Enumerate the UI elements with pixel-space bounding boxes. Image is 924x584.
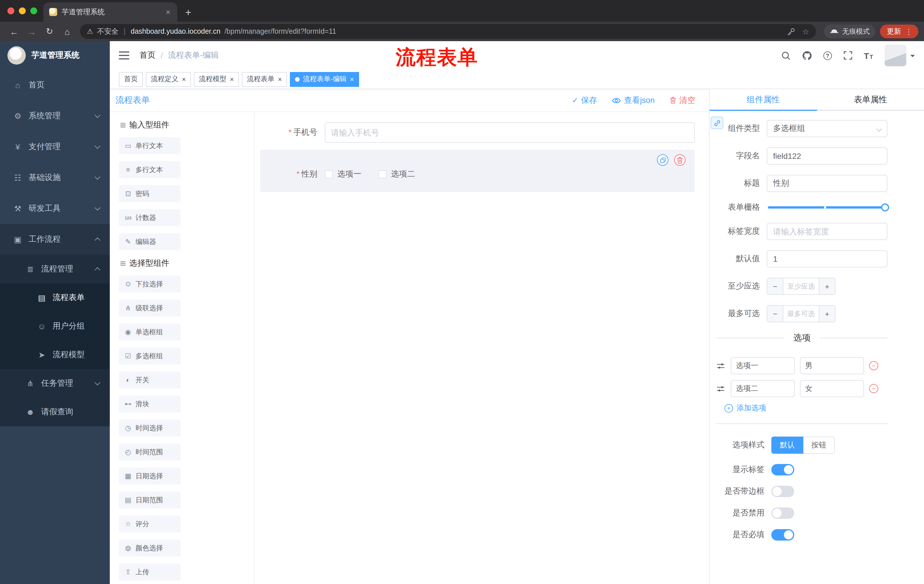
sidebar-toggle-icon[interactable]: [119, 51, 129, 59]
new-tab-button[interactable]: +: [185, 7, 191, 18]
sidebar-item-workflow[interactable]: ▣工作流程: [0, 224, 110, 255]
gender-option-2[interactable]: 选项二: [378, 169, 415, 179]
option-value-input[interactable]: [800, 357, 864, 374]
search-icon[interactable]: [781, 51, 790, 60]
close-icon[interactable]: ×: [182, 75, 186, 83]
palette-item-editor[interactable]: ✎编辑器: [119, 233, 181, 250]
user-avatar[interactable]: [884, 44, 915, 66]
sidebar-item-home[interactable]: ⌂首页: [0, 70, 110, 100]
palette-item-single-line-text[interactable]: ▭单行文本: [119, 137, 181, 154]
home-button[interactable]: ⌂: [59, 26, 76, 36]
sidebar-item-payment-management[interactable]: ¥支付管理: [0, 132, 110, 162]
slider-thumb[interactable]: [881, 204, 889, 211]
add-option-button[interactable]: +添加选项: [724, 403, 888, 413]
palette-item-select[interactable]: ⊙下拉选择: [119, 275, 181, 293]
drag-handle-icon[interactable]: [716, 362, 726, 369]
remove-option-icon[interactable]: −: [869, 361, 878, 370]
palette-item-checkbox-group[interactable]: ☑多选框组: [119, 347, 181, 365]
palette-item-cascader[interactable]: ⋔级联选择: [119, 299, 181, 317]
option-label-input[interactable]: [731, 380, 795, 397]
decrease-button[interactable]: −: [767, 278, 783, 294]
tag-process-form[interactable]: 流程表单×: [242, 72, 287, 87]
sidebar-item-user-group[interactable]: ☺用户分组: [0, 312, 110, 341]
sidebar-item-process-management[interactable]: ≣流程管理: [0, 255, 110, 283]
palette-item-color-picker[interactable]: ◍颜色选择: [119, 540, 181, 556]
palette-item-counter[interactable]: 123计数器: [119, 209, 181, 226]
forward-button[interactable]: →: [23, 26, 40, 36]
tag-home[interactable]: 首页: [119, 72, 143, 87]
palette-item-upload[interactable]: ⇧上传: [119, 563, 181, 581]
minimize-window-button[interactable]: [19, 7, 26, 14]
palette-item-time-picker[interactable]: ◷时间选择: [119, 419, 181, 437]
field-name-input[interactable]: [767, 147, 888, 165]
reload-button[interactable]: ↻: [41, 26, 58, 36]
fullscreen-icon[interactable]: [843, 51, 852, 60]
tag-process-model[interactable]: 流程模型×: [194, 72, 239, 87]
clear-button[interactable]: 清空: [670, 95, 695, 105]
palette-item-rate[interactable]: ☆评分: [119, 515, 181, 533]
github-icon[interactable]: [802, 51, 812, 60]
close-icon[interactable]: ×: [350, 75, 354, 83]
menu-dots-icon[interactable]: ⋮: [905, 27, 912, 36]
sidebar-item-leave-query[interactable]: ☻请假查询: [0, 398, 110, 426]
gender-option-1[interactable]: 选项一: [325, 169, 361, 179]
tag-process-form-edit[interactable]: 流程表单-编辑×: [290, 72, 359, 87]
browser-update-button[interactable]: 更新 ⋮: [880, 25, 918, 38]
disabled-switch[interactable]: [771, 507, 794, 519]
required-switch[interactable]: [771, 529, 794, 541]
palette-item-time-range[interactable]: ◴时间范围: [119, 443, 181, 461]
help-button[interactable]: ?: [823, 51, 832, 60]
sidebar-item-task-management[interactable]: ⋔任务管理: [0, 369, 110, 398]
tab-close-icon[interactable]: ×: [165, 7, 172, 16]
bookmark-star-icon[interactable]: ☆: [802, 27, 809, 36]
form-canvas[interactable]: *手机号 *性别 选项一选项二: [254, 112, 709, 584]
decrease-button[interactable]: −: [767, 306, 783, 322]
tag-process-definition[interactable]: 流程定义×: [146, 72, 191, 87]
font-size-button[interactable]: TT: [864, 51, 873, 60]
remove-option-icon[interactable]: −: [869, 384, 878, 393]
component-type-select[interactable]: 多选框组: [767, 120, 888, 137]
increase-button[interactable]: +: [819, 278, 835, 294]
palette-item-date-range[interactable]: ▤日期范围: [119, 492, 181, 508]
option-label-input[interactable]: [731, 357, 795, 374]
tab-component-props[interactable]: 组件属性: [710, 89, 817, 111]
palette-item-multi-line-text[interactable]: ≡多行文本: [119, 161, 181, 178]
label-width-input[interactable]: [767, 223, 888, 240]
canvas-field-phone[interactable]: *手机号: [260, 122, 695, 143]
tab-form-props[interactable]: 表单属性: [817, 89, 924, 111]
form-grid-slider[interactable]: [768, 206, 885, 209]
increase-button[interactable]: +: [819, 306, 835, 322]
address-bar[interactable]: ⚠ 不安全 | dashboard.yudao.iocoder.cn /bpm/…: [80, 24, 816, 39]
option-value-input[interactable]: [800, 380, 864, 397]
drag-handle-icon[interactable]: [716, 385, 726, 392]
palette-item-password[interactable]: ⊡密码: [119, 185, 181, 202]
title-input[interactable]: [767, 175, 888, 192]
show-label-switch[interactable]: [771, 464, 794, 475]
breadcrumb-home[interactable]: 首页: [140, 50, 155, 61]
option-style-option-2[interactable]: 按钮: [804, 437, 835, 454]
palette-item-switch[interactable]: ◐开关: [119, 372, 181, 388]
default-value-input[interactable]: [767, 250, 888, 267]
close-icon[interactable]: ×: [278, 75, 282, 83]
option-style-option-1[interactable]: 默认: [771, 437, 804, 454]
browser-tab[interactable]: 芋道管理系统 ×: [43, 2, 177, 22]
save-button[interactable]: ✓保存: [572, 95, 597, 105]
app-logo[interactable]: 芋道管理系统: [0, 41, 110, 70]
min-select-stepper[interactable]: −至少应选+: [767, 278, 835, 295]
view-json-button[interactable]: 查看json: [612, 95, 655, 105]
doc-link-button[interactable]: [711, 117, 723, 129]
close-icon[interactable]: ×: [230, 75, 234, 83]
border-switch[interactable]: [771, 486, 794, 497]
close-window-button[interactable]: [7, 7, 14, 14]
delete-component-button[interactable]: [674, 154, 686, 166]
key-icon[interactable]: [787, 27, 795, 36]
zoom-window-button[interactable]: [30, 7, 37, 14]
sidebar-item-dev-tools[interactable]: ⚒研发工具: [0, 193, 110, 224]
palette-item-radio-group[interactable]: ◉单选框组: [119, 323, 181, 341]
palette-item-slider[interactable]: ⊷滑块: [119, 395, 181, 413]
sidebar-item-process-form[interactable]: ▤流程表单: [0, 283, 110, 312]
canvas-field-gender-selected[interactable]: *性别 选项一选项二: [260, 150, 695, 192]
sidebar-item-process-model[interactable]: ➤流程模型: [0, 341, 110, 369]
phone-input[interactable]: [325, 122, 695, 143]
max-select-stepper[interactable]: −最多可选+: [767, 305, 835, 322]
